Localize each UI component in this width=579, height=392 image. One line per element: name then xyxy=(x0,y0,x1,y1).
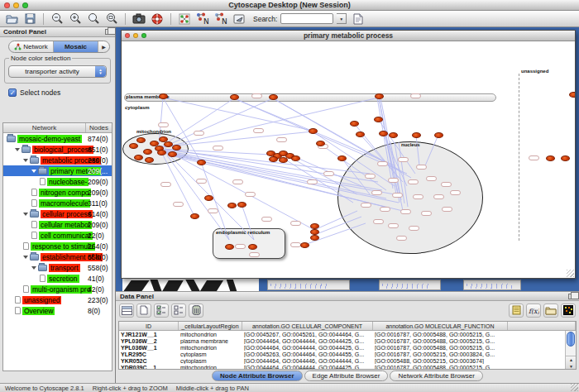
attribute-unchecklist-button[interactable] xyxy=(171,304,186,318)
tab-edge-attribute-browser[interactable]: Edge Attribute Browser xyxy=(304,370,389,381)
network-node[interactable] xyxy=(569,92,575,98)
table-cell[interactable]: YJR121W__1 xyxy=(119,332,179,337)
network-node[interactable] xyxy=(230,94,239,100)
network-node-small[interactable] xyxy=(194,131,204,136)
network-node[interactable] xyxy=(379,131,388,136)
network-node[interactable] xyxy=(412,132,421,138)
enhanced-search-button[interactable] xyxy=(350,12,365,26)
network-node-small[interactable] xyxy=(408,179,419,184)
help-button[interactable] xyxy=(150,12,165,26)
network-node-small[interactable] xyxy=(396,236,407,241)
network-node-small[interactable] xyxy=(400,209,411,214)
tree-row[interactable]: Overview8(0) xyxy=(3,305,112,316)
table-cell[interactable]: [GO:0016787, GO:0005488, GO:0005215, G..… xyxy=(373,365,508,370)
table-row[interactable]: YJR121W__1mitochondrion[GO:0045267, GO:0… xyxy=(119,331,576,337)
network-node[interactable] xyxy=(143,149,152,155)
tree-row[interactable]: nitrogen compo209(0) xyxy=(3,187,112,198)
table-cell[interactable]: mitochondrion xyxy=(179,345,242,351)
network-node-small[interactable] xyxy=(388,223,399,228)
network-node-small[interactable] xyxy=(235,244,246,249)
tree-row[interactable]: unassigned223(0) xyxy=(3,294,112,305)
table-cell[interactable]: [GO:0016787, GO:0005488, GO:0005215, G..… xyxy=(373,332,508,337)
disclosure-triangle-icon[interactable] xyxy=(31,266,36,270)
delete-attribute-button[interactable] xyxy=(189,304,203,318)
table-row[interactable]: YKR052Ccytoplasm[GO:0044464, GO:0044446,… xyxy=(119,357,576,364)
network-node[interactable] xyxy=(279,157,288,163)
network-node-small[interactable] xyxy=(398,157,409,162)
tree-row[interactable]: nucleobase-209(0) xyxy=(3,176,112,187)
table-cell[interactable]: mitochondrion xyxy=(179,365,242,370)
tree-row[interactable]: establishment of lo558(0) xyxy=(3,251,112,262)
column-header-cellular-component[interactable]: annotation.GO CELLULAR_COMPONENT xyxy=(242,322,373,330)
network-node[interactable] xyxy=(159,93,168,99)
network-node[interactable] xyxy=(237,202,246,208)
tab-node-attribute-browser[interactable]: Node Attribute Browser xyxy=(212,370,303,381)
network-canvas[interactable]: plasma membrane cytoplasm mitochondrion … xyxy=(122,41,575,278)
new-attribute-button[interactable] xyxy=(136,304,151,318)
network-node[interactable] xyxy=(204,195,213,201)
network-node[interactable] xyxy=(197,160,206,165)
tree-row[interactable]: metabolic process280(0) xyxy=(3,155,112,165)
table-cell[interactable]: [GO:0045263, GO:0044464, GO:0044455, G..… xyxy=(242,351,373,357)
table-cell[interactable]: YKR052C xyxy=(119,358,179,364)
network-node-small[interactable] xyxy=(409,226,419,231)
attribute-editor-button[interactable] xyxy=(509,304,524,318)
network-node-small[interactable] xyxy=(433,194,444,199)
network-node[interactable] xyxy=(561,155,570,161)
network-edge[interactable] xyxy=(167,155,229,240)
import-attributes-button[interactable] xyxy=(543,304,558,318)
table-row[interactable]: YLR295Ccytoplasm[GO:0045263, GO:0044464,… xyxy=(119,351,576,357)
network-node-small[interactable] xyxy=(450,190,461,195)
scroll-up-icon[interactable]: ▲ xyxy=(566,356,577,363)
disclosure-triangle-icon[interactable] xyxy=(15,148,20,151)
table-cell[interactable]: [GO:0044464, GO:0044444, GO:0044425, G..… xyxy=(242,345,373,351)
table-cell[interactable]: [GO:0045267, GO:0045261, GO:0044464, G..… xyxy=(242,332,373,337)
network-node[interactable] xyxy=(145,157,154,163)
save-session-button[interactable] xyxy=(22,12,37,26)
network-node-small[interactable] xyxy=(253,128,264,133)
network-node-small[interactable] xyxy=(371,190,382,195)
network-edge[interactable] xyxy=(159,131,313,147)
attribute-checklist-button[interactable] xyxy=(154,304,169,318)
network-node-small[interactable] xyxy=(380,207,390,212)
tree-column-network[interactable]: Network xyxy=(3,123,86,132)
network-node-small[interactable] xyxy=(377,161,388,166)
snapshot-button[interactable] xyxy=(132,12,146,26)
scroll-down-icon[interactable]: ▼ xyxy=(566,363,577,370)
network-node[interactable] xyxy=(134,155,143,160)
network-node[interactable] xyxy=(309,128,318,134)
tree-row[interactable]: cellular metabol209(0) xyxy=(3,219,112,230)
table-cell[interactable]: [GO:0044464, GO:0044444, GO:0044425, G..… xyxy=(242,338,373,344)
network-node-small[interactable] xyxy=(213,146,223,151)
disclosure-triangle-icon[interactable] xyxy=(23,256,28,259)
scrollbar-thumb[interactable] xyxy=(567,332,575,347)
select-attributes-button[interactable] xyxy=(119,304,134,318)
network-node[interactable] xyxy=(136,137,146,143)
network-node[interactable] xyxy=(225,244,234,250)
network-node[interactable] xyxy=(291,155,300,161)
network-node[interactable] xyxy=(350,121,359,127)
network-node[interactable] xyxy=(227,203,237,208)
formula-builder-button[interactable]: f(x) xyxy=(526,304,541,318)
table-cell[interactable]: YPL036W__1 xyxy=(119,345,179,351)
network-node-small[interactable] xyxy=(441,182,452,187)
tab-network-attribute-browser[interactable]: Network Attribute Browser xyxy=(390,370,482,381)
search-input[interactable] xyxy=(280,13,333,24)
network-edge[interactable] xyxy=(163,98,313,131)
network-node[interactable] xyxy=(310,223,319,229)
tree-column-nodes[interactable]: Nodes xyxy=(86,123,112,132)
network-node[interactable] xyxy=(356,131,365,137)
network-node-small[interactable] xyxy=(426,176,437,181)
network-node-small[interactable] xyxy=(196,179,207,184)
network-edge[interactable] xyxy=(163,98,273,147)
network-node[interactable] xyxy=(248,244,257,250)
network-node-small[interactable] xyxy=(529,155,539,160)
table-cell[interactable]: plasma membrane xyxy=(179,338,242,344)
column-header-id[interactable]: ID xyxy=(119,322,179,330)
float-data-panel-icon[interactable] xyxy=(568,294,575,299)
tab-mosaic[interactable]: Mosaic xyxy=(54,41,98,52)
node-color-dropdown[interactable]: transporter activity ▲▼ xyxy=(8,65,107,78)
table-cell[interactable]: [GO:0016787, GO:0005488, GO:0005215, G..… xyxy=(373,345,508,351)
network-node-small[interactable] xyxy=(160,182,171,187)
disclosure-triangle-icon[interactable] xyxy=(31,170,36,173)
